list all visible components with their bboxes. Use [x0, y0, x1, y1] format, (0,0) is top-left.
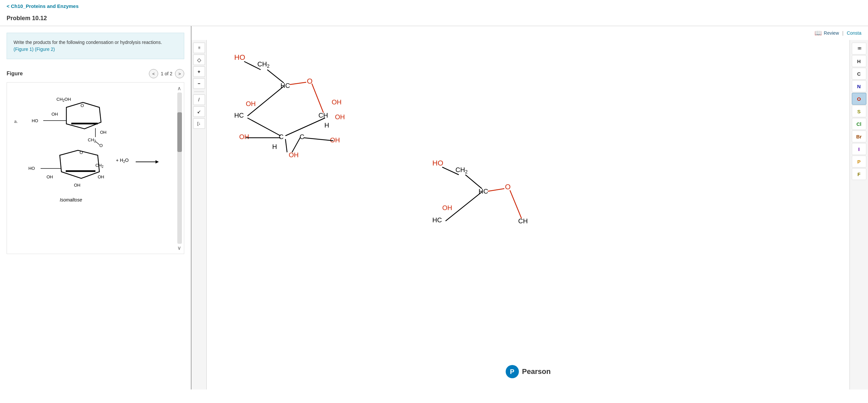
- book-icon: 📖: [814, 29, 822, 37]
- figure-content: ∧ CH2OH HO OH: [7, 82, 184, 254]
- breadcrumb-link[interactable]: Ch10_Proteins and Enzymes: [7, 3, 79, 9]
- next-figure-button[interactable]: >: [175, 69, 184, 78]
- select-tool-button[interactable]: ⠿: [193, 42, 205, 53]
- svg-line-28: [268, 70, 284, 83]
- svg-text:CH: CH: [518, 218, 528, 225]
- pearson-brand-name: Pearson: [522, 367, 551, 376]
- question-text: Write the products for the following con…: [13, 40, 162, 45]
- zig-tool-button[interactable]: ↙: [193, 106, 205, 117]
- scroll-up-button[interactable]: ∧: [177, 85, 181, 91]
- svg-text:CH2: CH2: [95, 163, 104, 169]
- figure-image-area: CH2OH HO OH O OH CH2: [10, 86, 181, 244]
- svg-text:O: O: [99, 143, 103, 148]
- pipe-separator: |: [842, 30, 843, 36]
- figure-nav: < 1 of 2 >: [149, 69, 184, 78]
- svg-text:H: H: [324, 121, 329, 129]
- svg-line-58: [488, 189, 504, 191]
- svg-text:OH: OH: [52, 112, 58, 117]
- svg-text:CH2: CH2: [88, 137, 96, 143]
- svg-text:OH: OH: [98, 174, 104, 179]
- svg-text:CH2: CH2: [257, 60, 270, 69]
- question-box: Write the products for the following con…: [7, 33, 184, 59]
- svg-text:OH: OH: [74, 183, 81, 188]
- figure-ref-2[interactable]: (Figure 2): [35, 47, 55, 52]
- drawing-area-wrapper: ⠿ ◇ + − / ↙ [↓ HO CH2: [191, 40, 868, 390]
- svg-marker-14: [156, 160, 159, 164]
- figure-label: Figure: [7, 71, 23, 77]
- figure-count: 1 of 2: [161, 71, 172, 76]
- element-N-button[interactable]: N: [852, 80, 866, 92]
- element-Cl-button[interactable]: Cl: [852, 118, 866, 130]
- svg-text:+  H2O: + H2O: [116, 157, 129, 164]
- draw-toolbar: ⠿ ◇ + − / ↙ [↓: [191, 40, 207, 390]
- scrollbar-track: [177, 92, 182, 244]
- prev-figure-button[interactable]: <: [149, 69, 158, 78]
- svg-text:H: H: [272, 143, 277, 150]
- svg-text:O: O: [505, 183, 511, 191]
- svg-text:HC: HC: [235, 112, 244, 119]
- svg-text:Isomaltose: Isomaltose: [60, 197, 82, 202]
- svg-text:OH: OH: [335, 113, 345, 121]
- toolbar-separator: [194, 91, 204, 92]
- svg-line-48: [286, 139, 287, 152]
- consta-link[interactable]: Consta: [847, 30, 861, 36]
- scroll-down-button[interactable]: ∨: [177, 245, 181, 251]
- problem-title: Problem 10.12: [0, 12, 868, 26]
- svg-text:HO: HO: [433, 159, 443, 167]
- element-C-button[interactable]: C: [852, 68, 866, 80]
- svg-line-51: [304, 138, 334, 141]
- dots-tool-button[interactable]: ⠿⠿: [852, 42, 866, 55]
- pearson-logo: P: [505, 365, 519, 378]
- svg-text:HO: HO: [28, 166, 35, 171]
- canvas-molecules-svg: HO CH2 HC O HC OH: [207, 40, 849, 271]
- svg-line-42: [286, 118, 325, 136]
- svg-text:O: O: [80, 150, 83, 155]
- svg-text:O: O: [81, 103, 84, 108]
- pearson-footer: P Pearson: [505, 361, 551, 383]
- figure-header: Figure < 1 of 2 >: [7, 69, 184, 78]
- svg-text:OH: OH: [330, 137, 340, 144]
- svg-line-36: [312, 84, 323, 113]
- erase-tool-button[interactable]: ◇: [193, 55, 205, 65]
- bracket-tool-button[interactable]: [↓: [193, 118, 205, 129]
- figure-part-label: a.: [14, 119, 18, 124]
- svg-text:CH: CH: [319, 112, 328, 119]
- svg-line-55: [466, 175, 482, 189]
- element-O-button[interactable]: O: [852, 93, 866, 105]
- svg-line-41: [248, 118, 281, 136]
- element-P-button[interactable]: P: [852, 155, 866, 168]
- review-label: Review: [824, 30, 839, 36]
- slash-tool-button[interactable]: /: [193, 94, 205, 105]
- isomaltose-svg: CH2OH HO OH O OH CH2: [13, 89, 172, 241]
- svg-text:OH: OH: [289, 151, 299, 159]
- right-panel: 📖 Review | Consta ⠿ ◇ + − / ↙ [↓: [191, 26, 868, 390]
- svg-text:CH2: CH2: [456, 166, 468, 174]
- svg-text:HC: HC: [433, 217, 442, 224]
- svg-text:OH: OH: [332, 98, 342, 106]
- svg-text:OH: OH: [246, 100, 256, 107]
- svg-text:CH2OH: CH2OH: [57, 97, 71, 103]
- minus-tool-button[interactable]: −: [193, 78, 205, 89]
- element-I-button[interactable]: I: [852, 143, 866, 155]
- svg-text:OH: OH: [239, 133, 249, 140]
- svg-line-62: [510, 190, 522, 218]
- review-link[interactable]: 📖 Review: [814, 29, 839, 37]
- svg-text:OH: OH: [100, 130, 106, 135]
- svg-line-11: [95, 141, 99, 145]
- svg-text:C: C: [279, 133, 284, 140]
- svg-line-49: [292, 137, 301, 152]
- left-panel: Write the products for the following con…: [0, 26, 191, 390]
- svg-text:C: C: [300, 133, 304, 140]
- svg-text:HO: HO: [32, 118, 38, 123]
- draw-canvas[interactable]: HO CH2 HC O HC OH: [207, 40, 849, 390]
- element-H-button[interactable]: H: [852, 55, 866, 67]
- element-palette: ⠿⠿ H C N O S Cl Br I P F: [849, 40, 868, 390]
- element-Br-button[interactable]: Br: [852, 131, 866, 142]
- svg-text:OH: OH: [46, 174, 53, 179]
- plus-tool-button[interactable]: +: [193, 66, 205, 77]
- scrollbar-thumb[interactable]: [177, 112, 182, 152]
- svg-line-31: [290, 82, 306, 85]
- element-F-button[interactable]: F: [852, 168, 866, 180]
- element-S-button[interactable]: S: [852, 105, 866, 117]
- figure-ref-1[interactable]: (Figure 1): [13, 47, 34, 52]
